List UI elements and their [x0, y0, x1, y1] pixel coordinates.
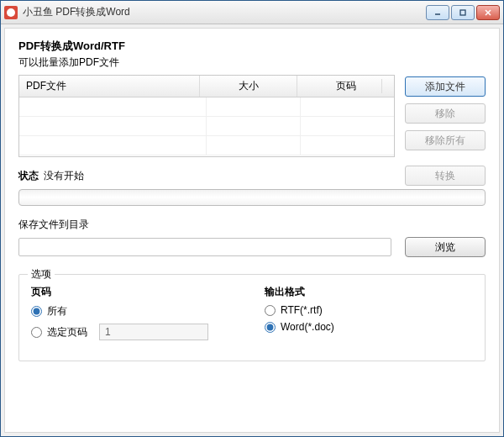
add-file-button[interactable]: 添加文件 — [405, 76, 486, 97]
radio-rtf-input[interactable] — [265, 305, 276, 316]
progress-bar — [18, 189, 486, 206]
remove-button[interactable]: 移除 — [405, 103, 486, 124]
table-header: PDF文件 大小 页码 — [19, 76, 394, 97]
pages-heading: 页码 — [31, 285, 239, 299]
radio-selected-pages-input[interactable] — [31, 327, 42, 338]
app-icon — [4, 6, 18, 19]
table-body — [19, 97, 394, 156]
status-label: 状态 — [18, 169, 39, 183]
table-row[interactable] — [19, 136, 394, 155]
options-legend: 选项 — [28, 267, 55, 282]
save-dir-label: 保存文件到目录 — [18, 218, 486, 232]
radio-word[interactable]: Word(*.doc) — [265, 321, 473, 333]
radio-all-pages-input[interactable] — [31, 306, 42, 317]
remove-all-button[interactable]: 移除所有 — [405, 130, 486, 150]
radio-selected-pages[interactable]: 选定页码 — [31, 324, 239, 340]
radio-rtf[interactable]: RTF(*.rtf) — [265, 304, 473, 316]
table-row[interactable] — [19, 117, 394, 136]
client-area: PDF转换成Word/RTF 可以批量添加PDF文件 PDF文件 大小 页码 — [4, 28, 500, 433]
maximize-button[interactable] — [451, 5, 475, 20]
radio-all-pages[interactable]: 所有 — [31, 304, 239, 319]
options-group: 选项 页码 所有 选定页码 输出格式 — [18, 274, 486, 361]
convert-button[interactable]: 转换 — [405, 166, 486, 186]
section-title: PDF转换成Word/RTF — [18, 39, 486, 54]
radio-word-label: Word(*.doc) — [281, 321, 334, 333]
save-dir-input[interactable] — [18, 238, 391, 256]
table-row[interactable] — [19, 97, 394, 117]
titlebar: 小丑鱼 PDF转换成Word — [1, 1, 503, 24]
close-button[interactable] — [476, 5, 500, 20]
col-pages[interactable]: 页码 — [297, 76, 394, 97]
file-table: PDF文件 大小 页码 — [18, 75, 395, 157]
window-controls — [426, 5, 500, 20]
radio-rtf-label: RTF(*.rtf) — [281, 304, 323, 316]
svg-rect-1 — [460, 10, 465, 15]
minimize-button[interactable] — [426, 5, 449, 20]
browse-button[interactable]: 浏览 — [405, 237, 486, 257]
selected-pages-input[interactable] — [99, 324, 208, 340]
output-heading: 输出格式 — [265, 285, 473, 299]
radio-word-input[interactable] — [265, 322, 276, 333]
col-pdf-file[interactable]: PDF文件 — [19, 76, 200, 97]
radio-all-pages-label: 所有 — [47, 304, 67, 319]
status-value: 没有开始 — [44, 169, 84, 183]
section-subtitle: 可以批量添加PDF文件 — [18, 55, 486, 70]
window-title: 小丑鱼 PDF转换成Word — [23, 5, 426, 19]
col-size[interactable]: 大小 — [200, 76, 297, 97]
radio-selected-pages-label: 选定页码 — [47, 325, 87, 340]
app-window: 小丑鱼 PDF转换成Word PDF转换成Word/RTF 可以批量添加PDF文… — [0, 0, 504, 437]
